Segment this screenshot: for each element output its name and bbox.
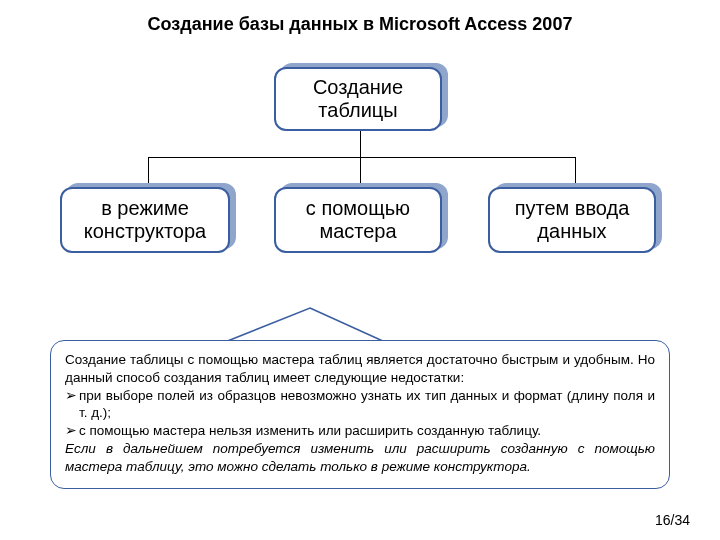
node-child-label: в режиме конструктора: [60, 187, 230, 253]
connector: [360, 131, 361, 157]
org-chart: Создание таблицы в режиме конструктора с…: [0, 63, 720, 283]
svg-marker-0: [225, 308, 385, 342]
bullet-item: ➢ с помощью мастера нельзя изменить или …: [65, 422, 655, 440]
slide-title: Создание базы данных в Microsoft Access …: [0, 0, 720, 35]
callout-textbox: Создание таблицы с помощью мастера табли…: [50, 340, 670, 489]
node-child-label: с помощью мастера: [274, 187, 442, 253]
node-child-label: путем ввода данных: [488, 187, 656, 253]
bullet-text: при выборе полей из образцов невозможно …: [79, 387, 655, 423]
chevron-right-icon: ➢: [65, 387, 77, 423]
node-child-constructor: в режиме конструктора: [66, 183, 236, 249]
page-number: 16/34: [655, 512, 690, 528]
connector: [148, 157, 576, 158]
node-root: Создание таблицы: [280, 63, 448, 127]
node-root-label: Создание таблицы: [274, 67, 442, 131]
node-child-data-entry: путем ввода данных: [494, 183, 662, 249]
callout-note: Если в дальнейшем потребуется изменить и…: [65, 440, 655, 476]
chevron-right-icon: ➢: [65, 422, 77, 440]
bullet-text: с помощью мастера нельзя изменить или ра…: [79, 422, 655, 440]
node-child-wizard: с помощью мастера: [280, 183, 448, 249]
bullet-item: ➢ при выборе полей из образцов невозможн…: [65, 387, 655, 423]
callout-intro: Создание таблицы с помощью мастера табли…: [65, 351, 655, 387]
